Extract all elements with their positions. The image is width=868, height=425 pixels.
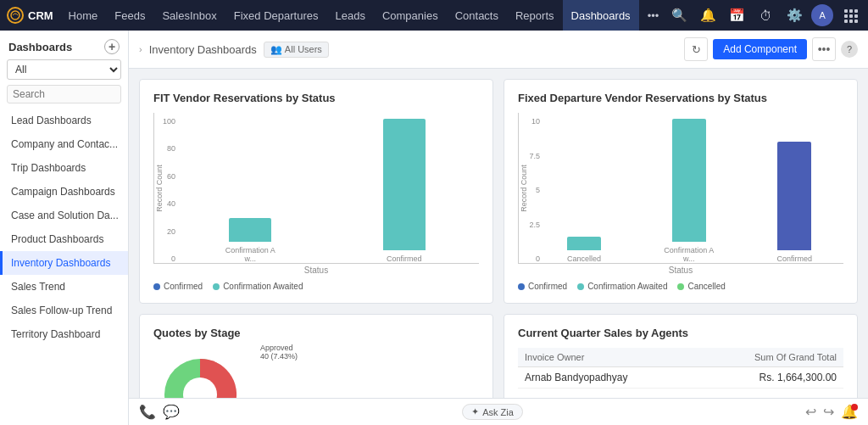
nav-reports[interactable]: Reports — [507, 0, 563, 31]
sidebar-items-list: Lead Dashboards Company and Contac... Tr… — [0, 109, 128, 425]
fit-vendor-chart: Record Count 0 20 40 60 80 100 — [153, 113, 479, 291]
fd-bar-confirmation-awaited: Confirmation Aw... — [664, 119, 715, 263]
nav-companies[interactable]: Companies — [374, 0, 447, 31]
quotes-by-stage-card: Quotes by Stage — [139, 314, 493, 398]
fd-legend-confirmed-label: Confirmed — [528, 282, 567, 291]
askzia-icon: ✦ — [471, 406, 479, 417]
fd-legend-cancelled: Cancelled — [677, 282, 725, 291]
refresh-button[interactable]: ↻ — [684, 37, 708, 61]
calendar-icon[interactable]: 📅 — [725, 3, 748, 27]
sidebar-item-sales-followup[interactable]: Sales Follow-up Trend — [0, 299, 128, 322]
sidebar-item-sales-trend[interactable]: Sales Trend — [0, 275, 128, 299]
top-navigation: CRM Home Feeds SalesInbox Fixed Departur… — [0, 0, 868, 31]
profile-icon[interactable]: A — [811, 4, 833, 26]
sidebar-filter[interactable]: All — [7, 59, 121, 80]
sidebar-add-button[interactable]: + — [104, 39, 120, 54]
grid-apps-icon[interactable] — [838, 3, 862, 27]
nav-items: Home Feeds SalesInbox Fixed Departures L… — [60, 0, 668, 31]
fd-bar-confirmed-label: Confirmed — [777, 254, 813, 263]
y-label-20: 20 — [156, 227, 178, 236]
fd-y-5: 5 — [520, 186, 542, 194]
table-row: Arnab Bandyopadhyay Rs. 1,664,300.00 — [518, 367, 843, 389]
bar-confirmation-awaited-rect — [229, 218, 271, 242]
sidebar-item-case-solution[interactable]: Case and Solution Da... — [0, 204, 128, 227]
sidebar-filter-select[interactable]: All — [7, 59, 121, 80]
users-badge[interactable]: 👥 All Users — [264, 42, 329, 58]
sidebar-search[interactable] — [7, 85, 121, 103]
fd-bar-cancelled-label: Cancelled — [567, 254, 601, 263]
add-component-button[interactable]: Add Component — [713, 39, 807, 59]
breadcrumb-arrow: › — [139, 44, 142, 54]
y-axis-labels: 0 20 40 60 80 100 — [154, 113, 178, 263]
sidebar-item-lead-dashboards[interactable]: Lead Dashboards — [0, 109, 128, 132]
grand-total-value: Rs. 1,664,300.00 — [743, 372, 837, 383]
bottom-undo-icon[interactable]: ↩ — [805, 404, 816, 420]
bar-confirmed-label: Confirmed — [387, 254, 422, 263]
nav-home[interactable]: Home — [60, 0, 107, 31]
table-header: Invoice Owner Sum Of Grand Total — [518, 348, 843, 367]
bottom-left-icons: 📞 💬 — [139, 404, 180, 420]
sidebar-item-inventory[interactable]: Inventory Dashboards — [0, 251, 128, 275]
fit-vendor-title: FIT Vendor Reservations by Status — [153, 92, 479, 104]
fd-bars-container: Cancelled Confirmation Aw... Confirmed — [544, 117, 835, 263]
fit-vendor-card: FIT Vendor Reservations by Status Record… — [139, 79, 493, 304]
bottom-redo-icon[interactable]: ↪ — [823, 404, 834, 420]
sidebar-header: Dashboards + — [0, 31, 128, 59]
current-quarter-card: Current Quarter Sales by Agents Invoice … — [504, 314, 858, 398]
y-label-0: 0 — [156, 254, 178, 263]
help-button[interactable]: ? — [841, 41, 858, 58]
search-icon[interactable]: 🔍 — [667, 3, 691, 27]
more-options-button[interactable]: ••• — [812, 37, 836, 61]
sidebar-item-trip[interactable]: Trip Dashboards — [0, 156, 128, 180]
bottom-chat-icon[interactable]: 💬 — [163, 404, 180, 420]
bottom-phone-icon[interactable]: 📞 — [139, 404, 156, 420]
bottom-notification-wrapper: 🔔 — [841, 404, 858, 420]
fd-legend-confirmation-awaited: Confirmation Awaited — [577, 282, 667, 291]
nav-fixed-departures[interactable]: Fixed Departures — [225, 0, 327, 31]
fd-bar-confirmation-awaited-rect — [672, 119, 706, 242]
sidebar-title: Dashboards — [8, 41, 72, 53]
nav-feeds[interactable]: Feeds — [106, 0, 153, 31]
nav-contacts[interactable]: Contacts — [447, 0, 507, 31]
users-icon: 👥 — [270, 44, 282, 55]
nav-salesinbox[interactable]: SalesInbox — [153, 0, 225, 31]
fd-bar-confirmed-rect — [777, 142, 811, 250]
nav-more[interactable]: ••• — [639, 0, 668, 31]
sidebar-item-campaign[interactable]: Campaign Dashboards — [0, 180, 128, 204]
bottom-bar: 📞 💬 ✦ Ask Zia ↩ ↪ 🔔 — [129, 398, 868, 425]
col-sum-grand-total: Sum Of Grand Total — [743, 352, 837, 362]
bar-confirmed-rect — [383, 119, 426, 250]
askzia-label: Ask Zia — [482, 407, 514, 417]
sidebar-item-product[interactable]: Product Dashboards — [0, 227, 128, 251]
app-logo[interactable]: CRM — [7, 7, 53, 24]
current-quarter-title: Current Quarter Sales by Agents — [518, 327, 843, 339]
fixed-departure-x-axis-label: Status — [518, 266, 843, 275]
settings-icon[interactable]: ⚙️ — [782, 3, 806, 27]
pie-area: Approved40 (7.43%) — [153, 348, 479, 398]
fd-bar-cancelled-rect — [567, 237, 601, 250]
fd-y-0: 0 — [520, 254, 542, 263]
logo-text: CRM — [28, 9, 53, 22]
fd-y-10: 10 — [520, 117, 542, 126]
legend-confirmed-dot — [153, 283, 160, 290]
sidebar-item-territory[interactable]: Territory Dashboard — [0, 322, 128, 346]
fixed-departure-title: Fixed Departure Vendor Reservations by S… — [518, 92, 843, 104]
clock-icon[interactable]: ⏱ — [754, 3, 777, 27]
main-content: › Inventory Dashboards 👥 All Users ↻ Add… — [129, 31, 868, 425]
ask-zia-button[interactable]: ✦ Ask Zia — [462, 404, 523, 420]
sidebar-item-company-contact[interactable]: Company and Contac... — [0, 132, 128, 156]
fd-legend-confirmed: Confirmed — [518, 282, 567, 291]
fd-bar-confirmation-awaited-label: Confirmation Aw... — [664, 246, 715, 263]
fd-legend-cancelled-label: Cancelled — [687, 282, 725, 291]
y-label-80: 80 — [156, 144, 178, 153]
content-header: › Inventory Dashboards 👥 All Users ↻ Add… — [129, 31, 868, 69]
fd-legend-cancelled-dot — [677, 283, 684, 290]
nav-dashboards[interactable]: Dashboards — [563, 0, 639, 31]
y-label-60: 60 — [156, 172, 178, 181]
sidebar: Dashboards + All Lead Dashboards Company… — [0, 31, 129, 425]
search-input[interactable] — [7, 85, 121, 103]
fit-vendor-x-axis-label: Status — [153, 266, 479, 275]
notifications-icon[interactable]: 🔔 — [696, 3, 720, 27]
nav-leads[interactable]: Leads — [326, 0, 373, 31]
dashboard-grid: FIT Vendor Reservations by Status Record… — [129, 69, 868, 398]
